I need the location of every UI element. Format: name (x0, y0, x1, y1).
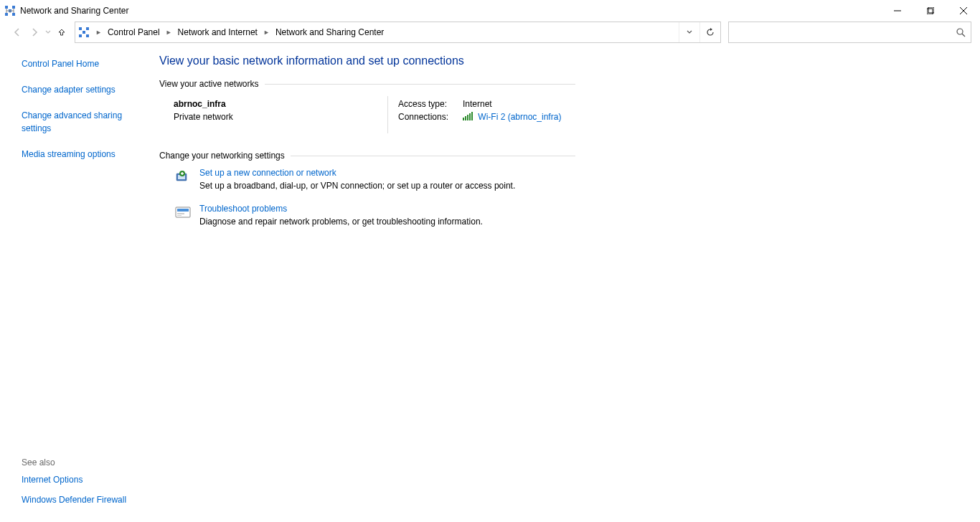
window-controls (881, 0, 980, 22)
svg-rect-26 (177, 209, 189, 212)
back-button[interactable] (9, 24, 26, 41)
svg-rect-3 (5, 13, 8, 16)
connections-label: Connections: (398, 112, 463, 123)
setup-connection-item: Set up a new connection or network Set u… (174, 168, 575, 191)
troubleshoot-link[interactable]: Troubleshoot problems (199, 204, 287, 214)
network-icon (75, 27, 93, 38)
seealso-internet-options-link[interactable]: Internet Options (22, 473, 146, 486)
breadcrumb-network-internet[interactable]: Network and Internet (175, 27, 260, 37)
troubleshoot-item: Troubleshoot problems Diagnose and repai… (174, 204, 575, 227)
recent-locations-button[interactable] (43, 24, 53, 41)
section-active-label: View your active networks (159, 79, 259, 89)
breadcrumb-sep[interactable]: ► (93, 29, 105, 36)
svg-rect-21 (471, 112, 473, 120)
see-also-heading: See also (22, 457, 146, 468)
search-icon[interactable] (951, 27, 971, 37)
svg-rect-28 (177, 215, 182, 216)
svg-rect-4 (12, 13, 15, 16)
sidebar-media-streaming-link[interactable]: Media streaming options (22, 148, 146, 161)
access-type-value: Internet (463, 99, 492, 109)
breadcrumb-network-sharing[interactable]: Network and Sharing Center (273, 27, 387, 37)
address-bar[interactable]: ► Control Panel ► Network and Internet ►… (75, 22, 721, 43)
nav-row: ► Control Panel ► Network and Internet ►… (0, 22, 980, 43)
setup-connection-desc: Set up a broadband, dial-up, or VPN conn… (199, 181, 515, 191)
divider (291, 156, 575, 156)
page-heading: View your basic network information and … (159, 54, 966, 67)
svg-rect-6 (927, 9, 933, 14)
svg-rect-1 (12, 6, 15, 9)
network-type: Private network (174, 112, 387, 122)
svg-rect-12 (83, 31, 85, 34)
maximize-button[interactable] (914, 0, 947, 22)
active-network-block: abrnoc_infra Private network Access type… (159, 96, 575, 133)
address-history-button[interactable] (679, 22, 699, 42)
svg-point-15 (957, 29, 963, 34)
search-input[interactable] (729, 27, 951, 37)
titlebar: Network and Sharing Center (0, 0, 980, 22)
wifi-signal-icon (463, 112, 473, 123)
setup-connection-link[interactable]: Set up a new connection or network (199, 168, 336, 178)
breadcrumb-sep[interactable]: ► (260, 29, 273, 36)
access-type-label: Access type: (398, 99, 463, 109)
svg-rect-14 (86, 34, 89, 37)
divider (265, 84, 575, 85)
sidebar-home-link[interactable]: Control Panel Home (22, 57, 146, 70)
breadcrumb-control-panel[interactable]: Control Panel (105, 27, 163, 37)
close-button[interactable] (947, 0, 980, 22)
setup-connection-icon (174, 168, 194, 185)
section-change-settings: Change your networking settings (159, 151, 575, 161)
svg-rect-10 (79, 27, 82, 30)
network-name: abrnoc_infra (174, 99, 387, 109)
sidebar: Control Panel Home Change adapter settin… (0, 47, 149, 522)
sidebar-advanced-sharing-link[interactable]: Change advanced sharing settings (22, 109, 146, 135)
app-icon (4, 5, 16, 16)
svg-rect-13 (79, 34, 82, 37)
forward-button[interactable] (26, 24, 43, 41)
svg-rect-20 (469, 113, 471, 120)
section-change-label: Change your networking settings (159, 151, 285, 161)
refresh-button[interactable] (699, 22, 720, 42)
seealso-firewall-link[interactable]: Windows Defender Firewall (22, 493, 146, 506)
breadcrumb-sep[interactable]: ► (163, 29, 175, 36)
svg-rect-19 (467, 115, 468, 120)
svg-rect-0 (5, 6, 8, 9)
troubleshoot-icon (174, 204, 194, 221)
svg-rect-17 (463, 118, 464, 120)
troubleshoot-desc: Diagnose and repair network problems, or… (199, 217, 483, 227)
minimize-button[interactable] (881, 0, 914, 22)
window-title: Network and Sharing Center (20, 6, 128, 16)
connection-link[interactable]: Wi-Fi 2 (abrnoc_infra) (478, 112, 561, 122)
see-also-section: See also Internet Options Windows Defend… (22, 457, 146, 516)
svg-rect-18 (465, 116, 466, 120)
section-active-networks: View your active networks (159, 79, 575, 89)
search-box[interactable] (728, 22, 971, 43)
svg-rect-11 (86, 27, 89, 30)
main-pane: View your basic network information and … (149, 47, 980, 522)
up-button[interactable] (53, 24, 70, 41)
svg-rect-27 (177, 213, 184, 214)
sidebar-adapter-settings-link[interactable]: Change adapter settings (22, 83, 146, 96)
svg-line-16 (962, 34, 965, 37)
svg-rect-7 (928, 7, 934, 13)
